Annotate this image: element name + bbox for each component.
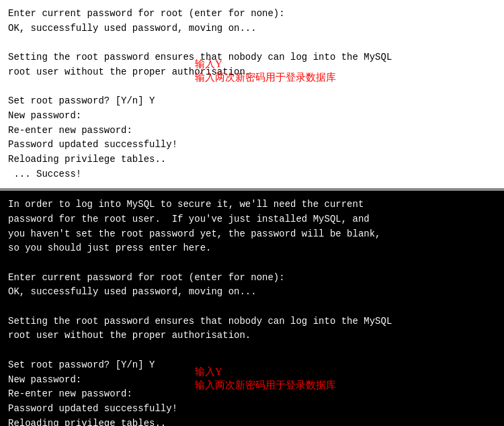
terminal-line: In order to log into MySQL to secure it,… [8, 198, 496, 212]
terminal-line: Set root password? [Y/n] Y [8, 94, 496, 109]
terminal-line [8, 256, 496, 271]
terminal-line: New password: [8, 109, 496, 124]
bottom-section: In order to log into MySQL to secure it,… [0, 191, 504, 426]
terminal-line: OK, successfully used password, moving o… [8, 22, 496, 36]
bottom-annotation-new-pw: 输入两次新密码用于登录数据库 [195, 379, 336, 392]
terminal-line [8, 343, 496, 358]
terminal-line: Password updated successfully! [8, 138, 496, 153]
top-terminal-lines: Enter current password for root (enter f… [8, 7, 496, 181]
terminal-line: ... Success! [8, 167, 496, 182]
terminal-line [8, 300, 496, 314]
top-annotation-new-pw: 输入两次新密码用于登录数据库 [195, 71, 336, 84]
top-annotation-enter-y: 输入Y [195, 58, 222, 71]
terminal-line: Password updated successfully! [8, 402, 496, 417]
terminal-line: Setting the root password ensures that n… [8, 50, 496, 65]
terminal-line: OK, successfully used password, moving o… [8, 285, 496, 300]
terminal-line: you haven't set the root password yet, t… [8, 227, 496, 242]
terminal-line: Enter current password for root (enter f… [8, 7, 496, 22]
terminal-line: Reloading privilege tables.. [8, 417, 496, 426]
terminal-line: Set root password? [Y/n] Y [8, 358, 496, 373]
bottom-annotation-enter-y: 输入Y [195, 366, 222, 378]
top-section: Enter current password for root (enter f… [0, 0, 504, 188]
terminal-line: Enter current password for root (enter f… [8, 271, 496, 286]
terminal-line [8, 36, 496, 50]
terminal-line: root user without the proper authorisati… [8, 329, 496, 343]
terminal-line: Setting the root password ensures that n… [8, 314, 496, 329]
terminal-line: Reloading privilege tables.. [8, 153, 496, 167]
terminal-line: so you should just press enter here. [8, 241, 496, 256]
terminal-line: Re-enter new password: [8, 124, 496, 138]
terminal-line: password for the root user. If you've ju… [8, 212, 496, 227]
